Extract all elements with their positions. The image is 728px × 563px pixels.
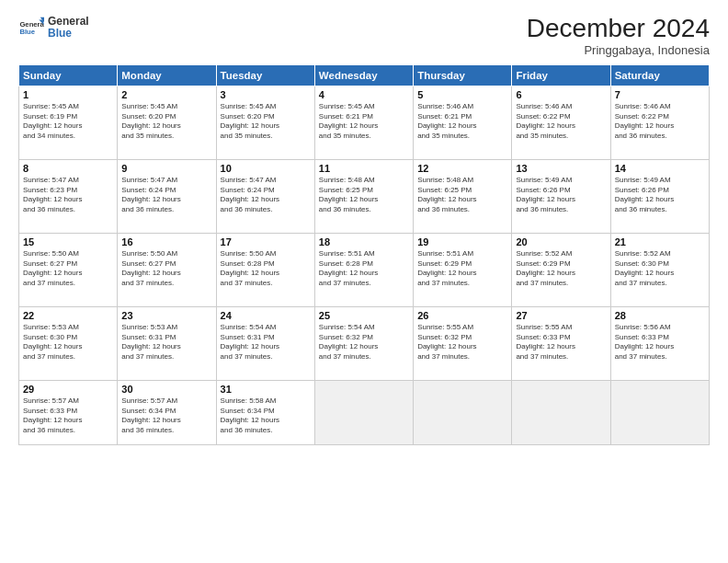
day-info: Sunrise: 5:57 AM Sunset: 6:33 PM Dayligh… [23, 396, 113, 436]
calendar-cell: 18Sunrise: 5:51 AM Sunset: 6:28 PM Dayli… [314, 233, 413, 306]
calendar-cell: 5Sunrise: 5:46 AM Sunset: 6:21 PM Daylig… [414, 86, 512, 159]
day-number: 9 [121, 163, 211, 174]
day-number: 12 [417, 163, 507, 174]
day-number: 2 [121, 89, 211, 100]
calendar-cell: 20Sunrise: 5:52 AM Sunset: 6:29 PM Dayli… [512, 233, 610, 306]
day-number: 30 [121, 384, 211, 395]
calendar-body: 1Sunrise: 5:45 AM Sunset: 6:19 PM Daylig… [19, 86, 710, 444]
calendar-cell [610, 380, 709, 444]
day-info: Sunrise: 5:57 AM Sunset: 6:34 PM Dayligh… [121, 396, 211, 436]
day-number: 3 [221, 89, 311, 100]
day-info: Sunrise: 5:51 AM Sunset: 6:29 PM Dayligh… [417, 249, 507, 289]
day-number: 24 [221, 310, 311, 321]
calendar-cell: 19Sunrise: 5:51 AM Sunset: 6:29 PM Dayli… [414, 233, 512, 306]
calendar-cell: 4Sunrise: 5:45 AM Sunset: 6:21 PM Daylig… [314, 86, 413, 159]
day-number: 5 [417, 89, 507, 100]
svg-text:Blue: Blue [19, 28, 35, 36]
calendar-cell: 31Sunrise: 5:58 AM Sunset: 6:34 PM Dayli… [216, 380, 314, 444]
day-info: Sunrise: 5:49 AM Sunset: 6:26 PM Dayligh… [615, 176, 705, 215]
day-number: 11 [319, 163, 409, 174]
calendar-week-5: 29Sunrise: 5:57 AM Sunset: 6:33 PM Dayli… [19, 380, 710, 444]
day-info: Sunrise: 5:53 AM Sunset: 6:30 PM Dayligh… [23, 323, 113, 362]
day-info: Sunrise: 5:45 AM Sunset: 6:21 PM Dayligh… [319, 102, 409, 142]
calendar-cell: 28Sunrise: 5:56 AM Sunset: 6:33 PM Dayli… [610, 306, 709, 380]
weekday-header-sunday: Sunday [19, 64, 118, 86]
calendar-cell: 25Sunrise: 5:54 AM Sunset: 6:32 PM Dayli… [314, 306, 413, 380]
day-number: 28 [615, 310, 705, 321]
day-info: Sunrise: 5:46 AM Sunset: 6:21 PM Dayligh… [417, 102, 507, 142]
day-info: Sunrise: 5:55 AM Sunset: 6:32 PM Dayligh… [417, 323, 507, 362]
calendar-week-3: 15Sunrise: 5:50 AM Sunset: 6:27 PM Dayli… [19, 233, 710, 306]
day-info: Sunrise: 5:47 AM Sunset: 6:23 PM Dayligh… [23, 176, 113, 215]
day-info: Sunrise: 5:46 AM Sunset: 6:22 PM Dayligh… [615, 102, 705, 142]
day-number: 7 [615, 89, 705, 100]
page: General Blue General Blue December 2024 … [0, 0, 728, 563]
calendar-cell [314, 380, 413, 444]
day-info: Sunrise: 5:53 AM Sunset: 6:31 PM Dayligh… [121, 323, 211, 362]
calendar-cell: 29Sunrise: 5:57 AM Sunset: 6:33 PM Dayli… [19, 380, 118, 444]
day-number: 22 [23, 310, 113, 321]
day-number: 17 [221, 236, 311, 247]
weekday-header-thursday: Thursday [414, 64, 512, 86]
day-number: 8 [23, 163, 113, 174]
weekday-header-saturday: Saturday [610, 64, 709, 86]
weekday-header-friday: Friday [512, 64, 610, 86]
day-number: 13 [516, 163, 606, 174]
day-info: Sunrise: 5:45 AM Sunset: 6:20 PM Dayligh… [121, 102, 211, 142]
logo-icon: General Blue [18, 15, 44, 40]
day-number: 15 [23, 236, 113, 247]
day-number: 1 [23, 89, 113, 100]
calendar-cell: 14Sunrise: 5:49 AM Sunset: 6:26 PM Dayli… [610, 159, 709, 233]
day-number: 14 [615, 163, 705, 174]
calendar-cell: 16Sunrise: 5:50 AM Sunset: 6:27 PM Dayli… [118, 233, 216, 306]
day-info: Sunrise: 5:54 AM Sunset: 6:32 PM Dayligh… [319, 323, 409, 362]
day-info: Sunrise: 5:58 AM Sunset: 6:34 PM Dayligh… [221, 396, 311, 436]
day-info: Sunrise: 5:55 AM Sunset: 6:33 PM Dayligh… [516, 323, 606, 362]
calendar-cell: 3Sunrise: 5:45 AM Sunset: 6:20 PM Daylig… [216, 86, 314, 159]
calendar-cell: 9Sunrise: 5:47 AM Sunset: 6:24 PM Daylig… [118, 159, 216, 233]
day-number: 4 [319, 89, 409, 100]
day-info: Sunrise: 5:56 AM Sunset: 6:33 PM Dayligh… [615, 323, 705, 362]
weekday-header-wednesday: Wednesday [314, 64, 413, 86]
calendar-cell: 12Sunrise: 5:48 AM Sunset: 6:25 PM Dayli… [414, 159, 512, 233]
weekday-header: SundayMondayTuesdayWednesdayThursdayFrid… [19, 64, 710, 86]
calendar-cell: 26Sunrise: 5:55 AM Sunset: 6:32 PM Dayli… [414, 306, 512, 380]
day-info: Sunrise: 5:48 AM Sunset: 6:25 PM Dayligh… [319, 176, 409, 215]
day-info: Sunrise: 5:45 AM Sunset: 6:19 PM Dayligh… [23, 102, 113, 142]
calendar-cell [512, 380, 610, 444]
location: Pringgabaya, Indonesia [527, 43, 710, 57]
calendar-cell: 1Sunrise: 5:45 AM Sunset: 6:19 PM Daylig… [19, 86, 118, 159]
day-info: Sunrise: 5:50 AM Sunset: 6:27 PM Dayligh… [23, 249, 113, 289]
day-info: Sunrise: 5:48 AM Sunset: 6:25 PM Dayligh… [417, 176, 507, 215]
day-number: 6 [516, 89, 606, 100]
calendar-cell [414, 380, 512, 444]
day-info: Sunrise: 5:49 AM Sunset: 6:26 PM Dayligh… [516, 176, 606, 215]
calendar-cell: 22Sunrise: 5:53 AM Sunset: 6:30 PM Dayli… [19, 306, 118, 380]
day-info: Sunrise: 5:51 AM Sunset: 6:28 PM Dayligh… [319, 249, 409, 289]
day-number: 23 [121, 310, 211, 321]
day-info: Sunrise: 5:50 AM Sunset: 6:27 PM Dayligh… [121, 249, 211, 289]
calendar-cell: 15Sunrise: 5:50 AM Sunset: 6:27 PM Dayli… [19, 233, 118, 306]
weekday-header-tuesday: Tuesday [216, 64, 314, 86]
day-number: 25 [319, 310, 409, 321]
day-info: Sunrise: 5:45 AM Sunset: 6:20 PM Dayligh… [221, 102, 311, 142]
day-number: 18 [319, 236, 409, 247]
calendar-cell: 2Sunrise: 5:45 AM Sunset: 6:20 PM Daylig… [118, 86, 216, 159]
calendar-cell: 17Sunrise: 5:50 AM Sunset: 6:28 PM Dayli… [216, 233, 314, 306]
day-info: Sunrise: 5:50 AM Sunset: 6:28 PM Dayligh… [221, 249, 311, 289]
title-block: December 2024 Pringgabaya, Indonesia [527, 15, 710, 57]
calendar-cell: 21Sunrise: 5:52 AM Sunset: 6:30 PM Dayli… [610, 233, 709, 306]
day-info: Sunrise: 5:52 AM Sunset: 6:29 PM Dayligh… [516, 249, 606, 289]
day-number: 26 [417, 310, 507, 321]
calendar-cell: 7Sunrise: 5:46 AM Sunset: 6:22 PM Daylig… [610, 86, 709, 159]
calendar: SundayMondayTuesdayWednesdayThursdayFrid… [18, 64, 710, 445]
month-title: December 2024 [527, 15, 710, 43]
day-info: Sunrise: 5:54 AM Sunset: 6:31 PM Dayligh… [221, 323, 311, 362]
day-info: Sunrise: 5:47 AM Sunset: 6:24 PM Dayligh… [121, 176, 211, 215]
calendar-cell: 10Sunrise: 5:47 AM Sunset: 6:24 PM Dayli… [216, 159, 314, 233]
day-info: Sunrise: 5:46 AM Sunset: 6:22 PM Dayligh… [516, 102, 606, 142]
day-number: 16 [121, 236, 211, 247]
calendar-cell: 8Sunrise: 5:47 AM Sunset: 6:23 PM Daylig… [19, 159, 118, 233]
day-info: Sunrise: 5:52 AM Sunset: 6:30 PM Dayligh… [615, 249, 705, 289]
logo: General Blue General Blue [18, 15, 89, 40]
